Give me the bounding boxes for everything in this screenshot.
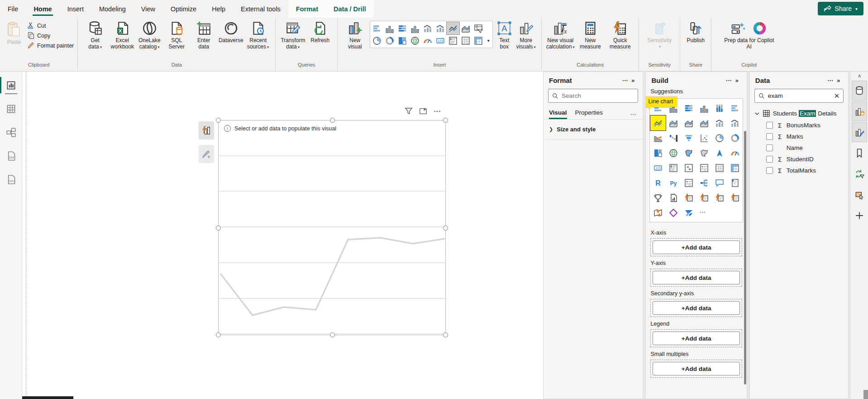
format-pane-tab[interactable]: Properties [575,109,603,119]
treemap-gallery-item[interactable] [396,34,409,47]
ribbon-button[interactable]: OneLake catalog▾ [136,21,163,50]
field-checkbox[interactable] [766,144,773,151]
power-apps-visual-gallery-item[interactable] [666,205,681,220]
data-search-box[interactable]: ✕ [754,89,844,103]
more-options-ellipsis-icon[interactable]: ⋯ [826,77,835,84]
view-rail-item[interactable]: DAX [0,146,22,166]
arcgis-map-gallery-item[interactable] [650,205,666,220]
quick-filter-gallery-item[interactable] [727,190,743,205]
donut-chart-gallery-item[interactable] [727,130,743,145]
ribbon-button[interactable]: Get data▾ [81,21,109,50]
python-visual-gallery-item[interactable]: Py [666,175,681,190]
chevron-down-icon[interactable] [754,111,760,116]
stacked-area-chart-gallery-item[interactable] [681,115,696,130]
clustered-bar-chart-gallery-item[interactable] [727,101,743,115]
add-data-button[interactable]: +Add data [653,271,739,284]
format-search-input[interactable] [562,92,634,99]
ribbon-button[interactable]: Recent sources▾ [244,21,272,50]
pie-chart-gallery-item[interactable] [712,130,727,145]
field-row[interactable]: Σ BonusMarks [750,120,848,131]
collapse-pane-icon[interactable]: » [629,77,637,84]
field-row[interactable]: Σ StudentID [750,154,848,165]
menu-tab[interactable]: Help [204,0,233,18]
quick-suggest-visual-button[interactable] [199,121,214,139]
resize-handle-se[interactable] [443,332,448,337]
add-data-button[interactable]: +Add data [653,301,739,315]
collapse-pane-icon[interactable]: » [835,77,843,84]
stacked-bar-chart-gallery-item[interactable] [371,22,383,34]
more-options-ellipsis-icon[interactable]: ⋯ [629,111,637,118]
clustered-column-chart-gallery-item[interactable] [383,22,396,34]
gallery-expand-chevron[interactable]: ▾ [485,22,492,47]
collapse-pane-icon[interactable]: » [733,77,741,84]
slicer-gallery-item[interactable] [696,160,712,175]
funnel-table-chart-gallery-item[interactable] [472,22,485,34]
resize-handle-s[interactable] [330,332,335,337]
ribbon-button[interactable]: Refresh ▾ [306,21,334,43]
decomposition-tree-gallery-item[interactable] [696,175,712,190]
100-stacked-bar-chart-gallery-item[interactable] [681,101,696,115]
field-well-dropzone[interactable]: +Add data [650,329,742,347]
matrix-gallery-item[interactable] [727,160,743,175]
data-search-input[interactable] [768,92,831,99]
shape-map-gallery-item[interactable] [696,145,712,160]
view-rail-item[interactable] [0,122,22,142]
resize-handle-n[interactable] [330,118,335,123]
data-pane-toggle-button[interactable] [852,81,867,101]
table-gallery-item[interactable] [712,160,727,175]
focus-mode-icon[interactable] [419,107,427,115]
menu-tab[interactable]: Modeling [91,0,134,18]
ribbon-button[interactable]: Transform data▾ [279,21,306,50]
field-well-dropzone[interactable]: +Add data [650,269,742,287]
area-chart-gallery-item[interactable] [666,115,681,130]
field-row[interactable]: Σ TotalMarks [750,165,848,176]
card-gallery-item[interactable]: 123 [650,160,666,175]
multi-row-card-gallery-item[interactable] [666,160,681,175]
view-rail-item[interactable] [0,75,22,95]
qa-visual-gallery-item[interactable] [712,175,727,190]
format-pane-toggle-button[interactable] [852,122,867,142]
new-visual-button[interactable]: New visual [341,21,368,50]
add-data-button[interactable]: +Add data [653,362,739,375]
ribbon-button[interactable]: Dataverse ▾ [217,21,244,43]
power-automate-visual-gallery-item[interactable] [681,205,696,220]
area-chart-gallery-item[interactable] [459,22,472,34]
field-well-dropzone[interactable]: +Add data [650,360,742,378]
more-visuals-button[interactable]: More visuals▾ [514,21,538,50]
text-box-button[interactable]: A Text box [494,21,514,50]
more-visuals-dots[interactable]: ⋯ [696,205,712,220]
ribbon-chart-gallery-item[interactable] [650,130,666,145]
ribbon-button[interactable]: New measure▾ [575,21,605,50]
ribbon-button[interactable]: Quick measure▾ [605,21,635,50]
clipboard-small-button[interactable]: Format painter [27,42,74,49]
treemap-gallery-item[interactable] [650,145,666,160]
selection-pane-button[interactable] [852,185,867,205]
smart-narrative-gallery-item[interactable] [727,175,743,190]
size-and-style-section[interactable]: ❯ Size and style [544,120,643,139]
quick-text-filter-gallery-item[interactable] [712,190,727,205]
line-chart-visual-placeholder[interactable]: ⋯ i Select or add data to populate this … [218,120,446,335]
100-stacked-area-chart-gallery-item[interactable] [696,115,712,130]
field-checkbox[interactable] [766,167,773,174]
column-chart-gallery-item[interactable] [409,22,421,34]
field-checkbox[interactable] [766,133,773,140]
table-gallery-item[interactable] [459,34,472,47]
kpi-gallery-item[interactable] [681,160,696,175]
clear-search-icon[interactable]: ✕ [834,92,840,100]
menu-tab[interactable]: File [0,0,26,18]
more-options-ellipsis-icon[interactable]: ⋯ [725,77,733,84]
filter-funnel-icon[interactable] [405,107,413,115]
scrollbar-corner[interactable] [863,390,868,399]
publish-button[interactable]: Publish [684,21,707,43]
resize-handle-w[interactable] [216,226,221,231]
view-rail-item[interactable]: TMDL [0,169,22,189]
menu-tab[interactable]: View [134,0,163,18]
share-button[interactable]: Share ▾ [818,2,863,15]
build-pane-scrollbar[interactable] [744,131,746,385]
multi-row-card-gallery-item[interactable] [447,34,459,47]
resize-handle-sw[interactable] [216,332,221,337]
menu-tab[interactable]: Data / Drill [326,0,374,18]
add-data-button[interactable]: +Add data [653,240,739,254]
card-gallery-item[interactable]: 123 [434,34,447,47]
metrics-gallery-item[interactable] [650,190,666,205]
